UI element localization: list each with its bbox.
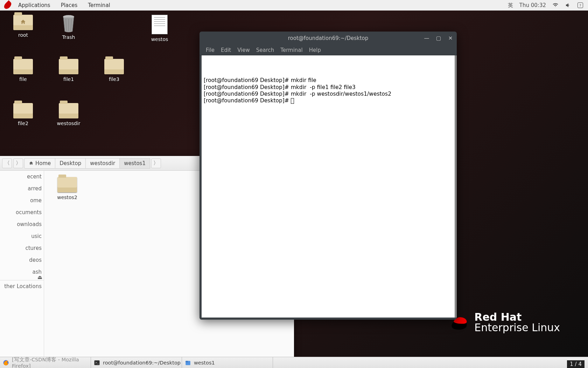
icon-label: westos bbox=[143, 36, 176, 42]
terminal-line: [root@foundation69 Desktop]# mkdir -p we… bbox=[204, 91, 453, 97]
sidebar-item-ctures[interactable]: ctures bbox=[0, 242, 44, 254]
terminal-menubar: FileEditViewSearchTerminalHelp bbox=[200, 45, 457, 55]
menu-terminal[interactable]: Terminal bbox=[84, 2, 114, 8]
sidebar-item-arred[interactable]: arred bbox=[0, 183, 44, 195]
desktop-icon-Trash[interactable]: Trash bbox=[52, 15, 85, 40]
file-manager-sidebar: ecentarredomeocumentsownloadsusiccturesd… bbox=[0, 171, 44, 359]
taskbar-label: [写文章-CSDN博客 - Mozilla Firefox] bbox=[12, 356, 88, 368]
sidebar-item-ownloads[interactable]: ownloads bbox=[0, 218, 44, 230]
icon-label: file2 bbox=[6, 121, 40, 126]
icon-label: westos2 bbox=[50, 195, 84, 200]
desktop-icon-westosdir[interactable]: westosdir bbox=[52, 103, 85, 126]
sidebar-item-usic[interactable]: usic bbox=[0, 230, 44, 242]
input-method-indicator[interactable]: 英 bbox=[508, 2, 513, 9]
eject-icon[interactable]: ⏏ bbox=[37, 274, 42, 280]
icon-label: file bbox=[6, 76, 40, 82]
menu-applications[interactable]: Applications bbox=[14, 2, 55, 8]
taskbar-label: westos1 bbox=[194, 360, 215, 366]
taskbar-entry[interactable]: [写文章-CSDN博客 - Mozilla Firefox] bbox=[0, 357, 91, 368]
window-minimize-button[interactable]: — bbox=[423, 35, 430, 42]
svg-rect-9 bbox=[186, 361, 188, 362]
terminal-cursor bbox=[291, 98, 294, 104]
taskbar-entry[interactable]: >_root@foundation69:~/Desktop bbox=[91, 357, 182, 368]
terminal-line: [root@foundation69 Desktop]# mkdir file bbox=[204, 77, 453, 84]
brand-line2: Enterprise Linux bbox=[474, 322, 560, 333]
volume-icon[interactable] bbox=[565, 2, 571, 8]
terminal-scrollbar[interactable] bbox=[455, 55, 457, 318]
sidebar-item-ecent[interactable]: ecent bbox=[0, 171, 44, 183]
path-segment-westos1[interactable]: westos1 bbox=[119, 158, 150, 169]
svg-text:>_: >_ bbox=[95, 361, 99, 364]
desktop-icon-root[interactable]: root bbox=[6, 15, 40, 38]
desktop-icon-file3[interactable]: file3 bbox=[97, 59, 131, 82]
clock[interactable]: Thu 00:32 bbox=[519, 2, 546, 8]
desktop-icon-westos[interactable]: westos bbox=[143, 15, 176, 42]
terminal-menu-file[interactable]: File bbox=[203, 47, 217, 53]
terminal-body[interactable]: [root@foundation69 Desktop]# mkdir file[… bbox=[202, 55, 455, 318]
desktop-icon-file2[interactable]: file2 bbox=[6, 103, 40, 126]
home-icon bbox=[29, 161, 34, 166]
terminal-menu-terminal[interactable]: Terminal bbox=[278, 47, 305, 53]
trash-icon bbox=[61, 15, 77, 33]
page-counter-badge: 1 / 4 bbox=[567, 360, 584, 368]
icon-label: westosdir bbox=[52, 121, 85, 126]
icon-label: file1 bbox=[52, 76, 85, 82]
firefox-icon bbox=[3, 360, 9, 366]
taskbar-label: root@foundation69:~/Desktop bbox=[103, 360, 181, 366]
path-bar: HomeDesktopwestosdirwestos1 bbox=[24, 158, 150, 169]
path-segment-home[interactable]: Home bbox=[24, 158, 55, 169]
window-maximize-button[interactable]: ▢ bbox=[435, 35, 442, 42]
path-more-button[interactable]: 〉 bbox=[151, 158, 161, 168]
path-segment-desktop[interactable]: Desktop bbox=[55, 158, 86, 169]
svg-text:?: ? bbox=[580, 4, 581, 7]
terminal-menu-help[interactable]: Help bbox=[306, 47, 324, 53]
brand-line1: Red Hat bbox=[474, 312, 560, 322]
icon-label: Trash bbox=[52, 34, 85, 40]
desktop-icon-file1[interactable]: file1 bbox=[52, 59, 85, 82]
terminal-icon: >_ bbox=[94, 360, 100, 366]
window-close-button[interactable]: ✕ bbox=[447, 35, 454, 42]
network-icon[interactable] bbox=[552, 2, 559, 8]
activities-icon[interactable] bbox=[3, 0, 13, 10]
taskbar-entry[interactable]: westos1 bbox=[182, 357, 273, 368]
gnome-top-panel: Applications Places Terminal 英 Thu 00:32… bbox=[0, 0, 588, 11]
terminal-menu-edit[interactable]: Edit bbox=[218, 47, 234, 53]
terminal-menu-search[interactable]: Search bbox=[253, 47, 277, 53]
icon-label: root bbox=[6, 32, 40, 38]
files-icon bbox=[185, 360, 191, 366]
terminal-title: root@foundation69:~/Desktop bbox=[288, 35, 369, 41]
nav-forward-button[interactable]: 〉 bbox=[13, 158, 23, 168]
path-segment-westosdir[interactable]: westosdir bbox=[85, 158, 120, 169]
taskbar: [写文章-CSDN博客 - Mozilla Firefox]>_root@fou… bbox=[0, 357, 588, 368]
terminal-line: [root@foundation69 Desktop]# mkdir -p fi… bbox=[204, 84, 453, 91]
menu-places[interactable]: Places bbox=[57, 2, 82, 8]
sidebar-item-ome[interactable]: ome bbox=[0, 195, 44, 206]
fm-item-westos2[interactable]: westos2 bbox=[50, 177, 84, 200]
sidebar-item-deos[interactable]: deos bbox=[0, 254, 44, 266]
terminal-line: [root@foundation69 Desktop]# bbox=[204, 97, 453, 104]
desktop-icon-file[interactable]: file bbox=[6, 59, 40, 82]
nav-back-button[interactable]: 〈 bbox=[2, 158, 12, 168]
sidebar-item-ocuments[interactable]: ocuments bbox=[0, 206, 44, 218]
power-icon[interactable]: ? bbox=[578, 2, 583, 8]
redhat-brand: Red Hat Enterprise Linux bbox=[449, 312, 560, 333]
sidebar-item-therlocations[interactable]: ther Locations⏏ bbox=[0, 280, 44, 292]
terminal-window[interactable]: root@foundation69:~/Desktop — ▢ ✕ FileEd… bbox=[200, 32, 457, 320]
terminal-menu-view[interactable]: View bbox=[234, 47, 253, 53]
icon-label: file3 bbox=[97, 76, 131, 82]
terminal-titlebar[interactable]: root@foundation69:~/Desktop — ▢ ✕ bbox=[200, 32, 457, 45]
